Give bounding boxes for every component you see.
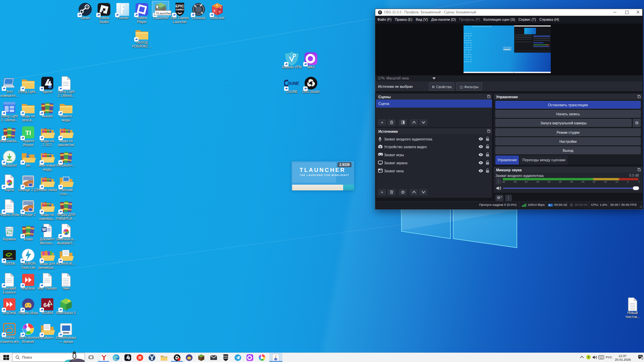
svg-text:Я: Я [138, 355, 141, 360]
svg-text:EPIC: EPIC [224, 355, 228, 357]
svg-text:GAMES: GAMES [176, 8, 184, 11]
svg-text:GAMES: GAMES [223, 358, 228, 359]
svg-text:W: W [42, 227, 46, 232]
svg-text:EPIC: EPIC [175, 4, 184, 8]
svg-text:1: 1 [642, 357, 643, 360]
svg-text:TI: TI [25, 129, 31, 136]
svg-text:SUNE: SUNE [287, 81, 299, 86]
svg-text:NVIDIA: NVIDIA [6, 257, 13, 259]
